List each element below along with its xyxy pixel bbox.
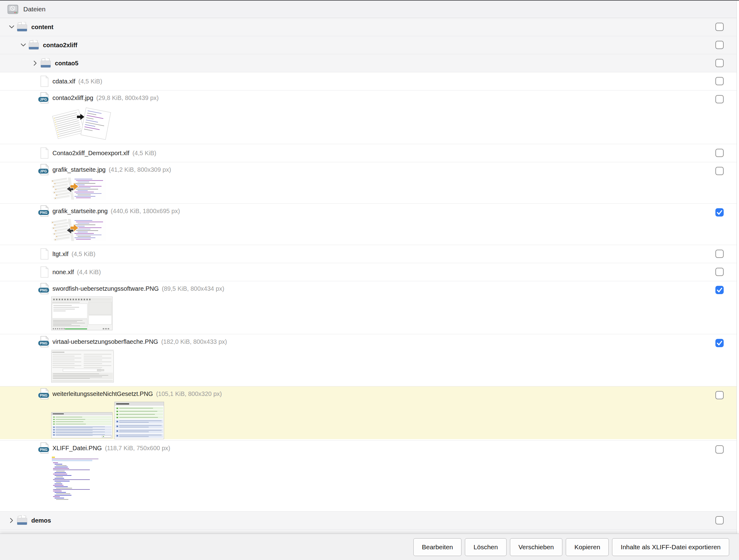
chevron-down-icon[interactable] [20,41,27,49]
file-icon [40,248,49,260]
file-type-badge: PNG [38,340,49,346]
row-contao2xliff: contao2xliff [0,36,739,54]
chevron-spacer [32,250,39,258]
row-checkbox[interactable] [715,59,724,67]
row-checkbox[interactable] [715,286,724,294]
chevron-right-icon[interactable] [32,59,39,67]
file-meta: (105,1 KiB, 800x320 px) [156,390,222,398]
row-checkbox[interactable] [715,95,724,103]
file-meta: (182,0 KiB, 800x433 px) [161,338,227,345]
l-schen-button[interactable]: Löschen [465,538,506,556]
row-grafik-startseite-jpg: JPGgrafik_startseite.jpg(41,2 KiB, 800x3… [0,162,739,200]
thumbnail-grafik [51,177,739,200]
row-line: PNGweiterleitungsseiteNichtGesetzt.PNG(1… [0,386,739,401]
row-content: content [0,18,739,36]
file-label[interactable]: ltgt.xlf [52,251,68,258]
drive-icon [7,5,18,14]
row-cdata-xlf: cdata.xlf(4,5 KiB) [0,72,739,90]
folder-label[interactable]: contao5 [55,60,79,67]
row-line: Contao2xliff_Demoexport.xlf(4,5 KiB) [0,144,739,162]
folder-label[interactable]: demos [31,517,51,524]
row-checkbox[interactable] [715,268,724,276]
thumbnail-swordfish [51,297,739,330]
file-png-icon: PNG [40,283,49,294]
row-line: cdata.xlf(4,5 KiB) [0,73,739,90]
scrollbar-gutter[interactable] [737,1,739,534]
row-checkbox[interactable] [715,208,724,217]
folder-label[interactable]: content [31,24,53,31]
row-line: JPGgrafik_startseite.jpg(41,2 KiB, 800x3… [0,162,739,177]
row-checkbox[interactable] [715,149,724,157]
file-meta: (118,7 KiB, 750x600 px) [105,445,170,452]
row-swordfish-uebersetzungssoftware-png: PNGswordfish-uebersetzungssoftware.PNG(8… [0,281,739,330]
file-type-badge: JPG [38,97,49,102]
thumbnail-grafik [51,219,739,241]
row-checkbox[interactable] [715,250,724,258]
row-grafik-startseite-png: PNGgrafik_startseite.png(440,6 KiB, 1800… [0,203,739,241]
row-line: ltgt.xlf(4,5 KiB) [0,245,739,263]
row-checkbox[interactable] [715,23,724,31]
inhalte-als-xliff-datei-exportieren-button[interactable]: Inhalte als XLIFF-Datei exportieren [612,538,729,556]
folder-icon [16,516,28,525]
thumbnail-docs-arrow [51,106,739,140]
row-checkbox[interactable] [715,391,724,399]
row-checkbox[interactable] [715,167,724,175]
file-png-icon: PNG [40,388,49,400]
row-line: contao2xliff [0,36,739,54]
page-header: Dateien [0,1,739,18]
row-line: contao5 [0,54,739,72]
row-line: PNGvirtaal-uebersetzungsoberflaeche.PNG(… [0,334,739,349]
file-label[interactable]: grafik_startseite.png [52,207,108,215]
chevron-right-icon[interactable] [8,517,15,524]
file-label[interactable]: contao2xliff.jpg [52,95,93,102]
folder-icon [16,22,28,32]
row-contao2xliff-jpg: JPGcontao2xliff.jpg(29,8 KiB, 800x439 px… [0,90,739,140]
row-virtaal-uebersetzungsoberflaeche-png: PNGvirtaal-uebersetzungsoberflaeche.PNG(… [0,334,739,383]
file-label[interactable]: grafik_startseite.jpg [52,166,106,173]
row-xliff-datei-png: PNGXLIFF_Datei.PNG(118,7 KiB, 750x600 px… [0,440,739,502]
chevron-spacer [32,149,39,157]
file-png-icon: PNG [40,205,49,217]
kopieren-button[interactable]: Kopieren [566,538,609,556]
file-label[interactable]: weiterleitungsseiteNichtGesetzt.PNG [52,390,153,398]
chevron-down-icon[interactable] [8,23,15,31]
action-buttons: BearbeitenLöschenVerschiebenKopierenInha… [413,538,729,556]
file-meta: (4,4 KiB) [77,269,101,276]
thumbnail-xliff-code [51,456,739,502]
verschieben-button[interactable]: Verschieben [510,538,563,556]
file-label[interactable]: Contao2xliff_Demoexport.xlf [52,150,129,157]
file-meta: (4,5 KiB) [71,251,95,258]
file-label[interactable]: none.xlf [52,269,74,276]
file-png-icon: PNG [40,442,49,454]
row-demos: demos [0,511,739,529]
row-none-xlf: none.xlf(4,4 KiB) [0,263,739,281]
file-png-icon: PNG [40,336,49,347]
row-line: PNGgrafik_startseite.png(440,6 KiB, 1800… [0,203,739,219]
row-line: content [0,18,739,36]
bearbeiten-button[interactable]: Bearbeiten [413,538,462,556]
row-checkbox[interactable] [715,339,724,347]
chevron-spacer [32,78,39,85]
row-checkbox[interactable] [715,516,724,525]
page-title: Dateien [23,6,45,13]
file-meta: (4,5 KiB) [133,150,156,157]
file-type-badge: PNG [38,287,49,293]
row-checkbox[interactable] [715,41,724,49]
folder-icon [40,58,51,68]
file-meta: (440,6 KiB, 1800x695 px) [111,207,180,215]
chevron-spacer [32,268,39,276]
file-label[interactable]: cdata.xlf [52,78,75,85]
file-meta: (4,5 KiB) [78,78,102,85]
file-icon [40,147,49,159]
row-ltgt-xlf: ltgt.xlf(4,5 KiB) [0,245,739,263]
folder-icon [28,40,39,50]
file-label[interactable]: virtaal-uebersetzungsoberflaeche.PNG [52,338,158,345]
checkmark-icon [715,208,724,217]
file-icon [40,76,49,87]
folder-label[interactable]: contao2xliff [43,42,77,49]
row-checkbox[interactable] [715,77,724,85]
file-label[interactable]: XLIFF_Datei.PNG [52,445,102,452]
file-label[interactable]: swordfish-uebersetzungssoftware.PNG [52,285,159,292]
row-checkbox[interactable] [715,445,724,454]
row-weiterleitungsseitenichtgesetzt-png: PNGweiterleitungsseiteNichtGesetzt.PNG(1… [0,386,739,439]
